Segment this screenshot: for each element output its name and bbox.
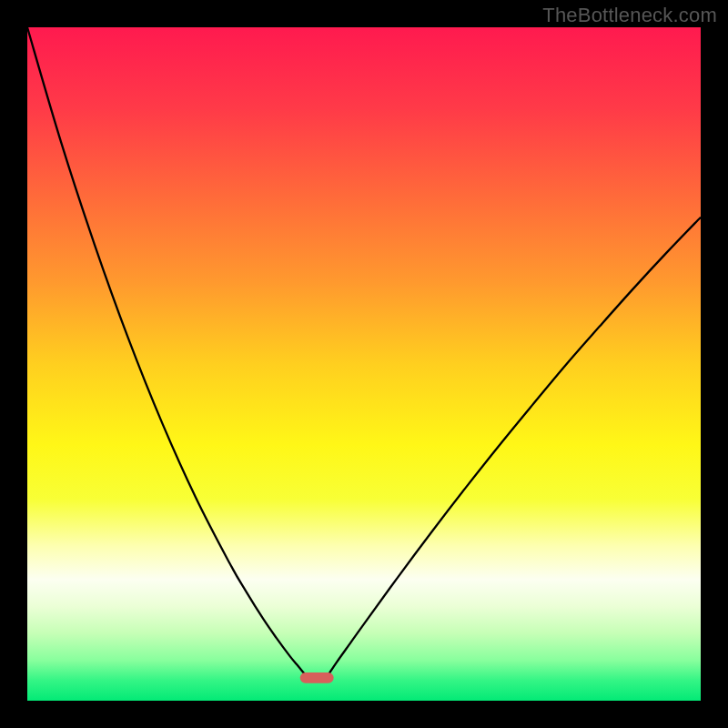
watermark-text: TheBottleneck.com bbox=[542, 4, 717, 27]
optimal-marker bbox=[300, 672, 334, 683]
chart-frame: TheBottleneck.com bbox=[0, 0, 728, 728]
gradient-background bbox=[27, 27, 701, 701]
bottleneck-chart bbox=[27, 27, 701, 701]
